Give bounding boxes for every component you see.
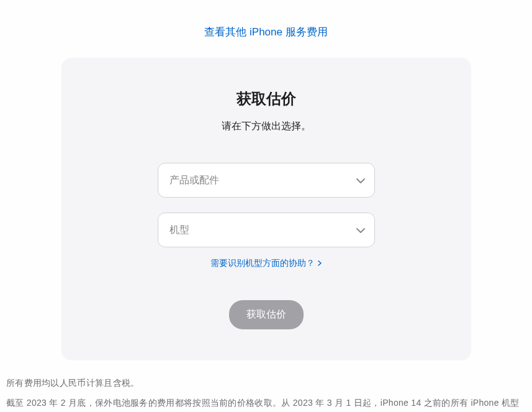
note-line-2: 截至 2023 年 2 月底，保外电池服务的费用都将按照当前的价格收取。从 20… xyxy=(6,394,526,412)
help-link-wrapper: 需要识别机型方面的协助？ xyxy=(86,257,446,269)
product-select[interactable]: 产品或配件 xyxy=(158,163,375,198)
get-estimate-button[interactable]: 获取估价 xyxy=(229,300,304,329)
help-link-text: 需要识别机型方面的协助？ xyxy=(210,258,315,268)
note-line-2-text: 截至 2023 年 2 月底，保外电池服务的费用都将按照当前的价格收取。从 20… xyxy=(6,398,520,412)
view-other-services-link-wrapper: 查看其他 iPhone 服务费用 xyxy=(6,0,526,58)
chevron-right-icon xyxy=(318,260,322,267)
card-subtitle: 请在下方做出选择。 xyxy=(86,120,446,133)
model-select-wrapper: 机型 xyxy=(158,213,375,247)
product-select-placeholder: 产品或配件 xyxy=(169,174,219,187)
estimate-card: 获取估价 请在下方做出选择。 产品或配件 机型 xyxy=(61,58,471,360)
product-select-wrapper: 产品或配件 xyxy=(158,163,375,198)
identify-model-help-link[interactable]: 需要识别机型方面的协助？ xyxy=(210,258,322,268)
note-line-1: 所有费用均以人民币计算且含税。 xyxy=(6,374,526,391)
view-other-services-link[interactable]: 查看其他 iPhone 服务费用 xyxy=(204,26,327,38)
card-title: 获取估价 xyxy=(86,89,446,109)
model-select[interactable]: 机型 xyxy=(158,213,375,247)
model-select-placeholder: 机型 xyxy=(169,224,189,237)
notes-section: 所有费用均以人民币计算且含税。 截至 2023 年 2 月底，保外电池服务的费用… xyxy=(6,360,526,412)
